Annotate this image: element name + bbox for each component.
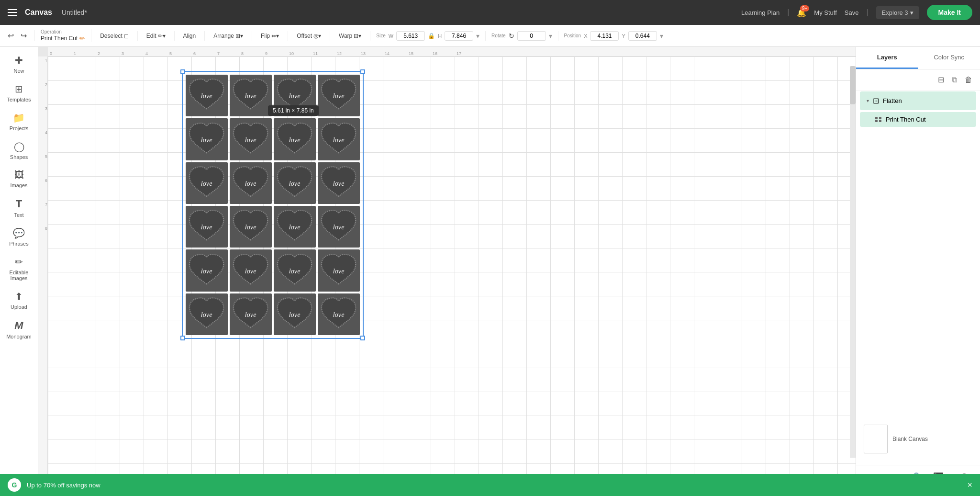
blank-canvas-label: Blank Canvas bbox=[892, 436, 928, 442]
toolbar: ↩ ↪ Operation Print Then Cut ✏ Deselect … bbox=[0, 25, 980, 47]
doc-title: Untitled* bbox=[62, 9, 87, 16]
layer-flatten[interactable]: ▾ ⊡ Flatten bbox=[860, 91, 976, 110]
chevron-icon: ▾ bbox=[867, 98, 869, 103]
templates-icon: ⊞ bbox=[15, 83, 23, 95]
deselect-icon: ◻ bbox=[124, 33, 129, 39]
canvas-grid[interactable]: love love love bbox=[48, 56, 856, 477]
notification-close-button[interactable]: × bbox=[967, 480, 972, 490]
save-button[interactable]: Save bbox=[845, 9, 859, 16]
height-input[interactable] bbox=[445, 31, 473, 41]
canvas-area[interactable]: 0 1 2 3 4 5 6 7 8 9 10 11 12 13 14 15 16… bbox=[38, 47, 856, 496]
sidebar-item-phrases[interactable]: 💬 Phrases bbox=[2, 224, 36, 250]
shapes-icon: ◯ bbox=[14, 141, 24, 152]
blank-canvas-area: Blank Canvas bbox=[856, 128, 980, 465]
upload-icon: ⬆ bbox=[15, 291, 23, 302]
handle-top-left[interactable] bbox=[180, 69, 185, 74]
handle-top-right[interactable] bbox=[360, 69, 365, 74]
align-button[interactable]: Align bbox=[180, 31, 199, 41]
edit-pencil-icon[interactable]: ✏ bbox=[79, 34, 85, 42]
y-position-input[interactable] bbox=[628, 31, 657, 41]
left-sidebar: ✚ New ⊞ Templates 📁 Projects ◯ Shapes 🖼 … bbox=[0, 47, 38, 496]
flatten-icon: ⊡ bbox=[873, 96, 879, 105]
chevron-down-icon: ▾ bbox=[910, 9, 913, 16]
sub-layer-label: Print Then Cut bbox=[886, 116, 926, 123]
notification-bell[interactable]: 🔔 9+ bbox=[797, 8, 806, 17]
learning-plan-link[interactable]: Learning Plan bbox=[741, 9, 780, 16]
arrange-button[interactable]: Arrange ⊞▾ bbox=[211, 31, 246, 41]
ruler-top: 0 1 2 3 4 5 6 7 8 9 10 11 12 13 14 15 16… bbox=[48, 47, 856, 56]
right-panel: Layers Color Sync ⊟ ⧉ 🗑 ▾ ⊡ Flatten Prin… bbox=[856, 47, 980, 496]
make-it-button[interactable]: Make It bbox=[927, 5, 972, 20]
monogram-icon: M bbox=[14, 319, 23, 332]
offset-button[interactable]: Offset ◎▾ bbox=[294, 31, 324, 41]
notification-badge: 9+ bbox=[800, 5, 809, 11]
position-arrow-icon: ▾ bbox=[660, 32, 663, 40]
ruler-left: 1 2 3 4 5 6 7 8 bbox=[38, 56, 48, 496]
main-layout: ✚ New ⊞ Templates 📁 Projects ◯ Shapes 🖼 … bbox=[0, 47, 980, 496]
sidebar-item-images[interactable]: 🖼 Images bbox=[2, 166, 36, 192]
explore-button[interactable]: Explore 3 ▾ bbox=[876, 6, 919, 19]
notification-banner: G Up to 70% off savings now × bbox=[0, 474, 980, 496]
cricut-g-icon: G bbox=[8, 478, 21, 492]
operation-value: Print Then Cut bbox=[41, 35, 78, 42]
handle-bottom-left[interactable] bbox=[180, 336, 185, 340]
warp-button[interactable]: Warp ⊟▾ bbox=[336, 31, 364, 41]
size-tooltip: 5.61 in × 7.85 in bbox=[268, 105, 319, 116]
sub-layer-print-then-cut[interactable]: Print Then Cut bbox=[860, 112, 976, 127]
offset-icon: ◎▾ bbox=[313, 33, 321, 39]
edit-button[interactable]: Edit ✏▾ bbox=[144, 31, 168, 41]
sidebar-item-text[interactable]: T Text bbox=[2, 194, 36, 222]
rotate-input[interactable] bbox=[517, 31, 546, 41]
sidebar-item-shapes[interactable]: ◯ Shapes bbox=[2, 137, 36, 164]
notification-text: Up to 70% off savings now bbox=[27, 482, 100, 489]
sidebar-item-new[interactable]: ✚ New bbox=[2, 51, 36, 78]
sidebar-item-projects[interactable]: 📁 Projects bbox=[2, 108, 36, 135]
top-nav: Canvas Untitled* Learning Plan | 🔔 9+ My… bbox=[0, 0, 980, 25]
rotate-arrow-icon: ▾ bbox=[549, 32, 552, 40]
width-label: W bbox=[389, 33, 393, 39]
flip-icon: ⇔▾ bbox=[271, 33, 279, 39]
images-icon: 🖼 bbox=[14, 169, 24, 180]
blank-canvas-preview bbox=[864, 425, 888, 453]
flip-button[interactable]: Flip ⇔▾ bbox=[258, 31, 282, 41]
width-input[interactable] bbox=[396, 31, 425, 41]
plus-icon: ✚ bbox=[15, 55, 23, 66]
text-icon: T bbox=[16, 198, 22, 210]
delete-icon[interactable]: 🗑 bbox=[963, 74, 974, 86]
right-tabs: Layers Color Sync bbox=[856, 47, 980, 69]
phrases-icon: 💬 bbox=[13, 227, 25, 239]
tab-color-sync[interactable]: Color Sync bbox=[918, 47, 980, 69]
tab-layers[interactable]: Layers bbox=[856, 47, 918, 69]
sidebar-item-templates[interactable]: ⊞ Templates bbox=[2, 79, 36, 106]
edit-icon: ✏▾ bbox=[158, 33, 166, 39]
my-stuff-link[interactable]: My Stuff bbox=[814, 9, 836, 16]
redo-button[interactable]: ↪ bbox=[19, 30, 29, 41]
projects-icon: 📁 bbox=[13, 112, 25, 124]
right-toolbar: ⊟ ⧉ 🗑 bbox=[856, 69, 980, 90]
rotate-icon: ↻ bbox=[509, 32, 514, 40]
deselect-button[interactable]: Deselect ◻ bbox=[97, 31, 132, 41]
sidebar-item-editable-images[interactable]: ✏ Editable Images bbox=[2, 252, 36, 285]
editable-images-icon: ✏ bbox=[15, 256, 23, 268]
operation-label: Operation Print Then Cut ✏ bbox=[41, 29, 85, 42]
lock-icon[interactable]: 🔒 bbox=[428, 33, 435, 39]
layer-flatten-label: Flatten bbox=[883, 97, 902, 104]
warp-icon: ⊟▾ bbox=[354, 33, 361, 39]
handle-bottom-right[interactable] bbox=[360, 336, 365, 340]
height-label: H bbox=[438, 33, 442, 39]
canvas-scrollbar-right[interactable] bbox=[850, 66, 856, 458]
undo-button[interactable]: ↩ bbox=[6, 30, 16, 41]
grid-icon bbox=[875, 117, 882, 122]
filter-icon[interactable]: ⊟ bbox=[936, 73, 946, 86]
arrange-icon: ⊞▾ bbox=[235, 33, 243, 39]
height-arrow-icon: ▾ bbox=[476, 32, 479, 40]
app-title: Canvas bbox=[25, 8, 52, 17]
sidebar-item-upload[interactable]: ⬆ Upload bbox=[2, 287, 36, 314]
scrollbar-thumb[interactable] bbox=[850, 66, 856, 104]
menu-button[interactable] bbox=[8, 9, 17, 16]
x-position-input[interactable] bbox=[590, 31, 619, 41]
duplicate-icon[interactable]: ⧉ bbox=[950, 74, 959, 86]
sidebar-item-monogram[interactable]: M Monogram bbox=[2, 316, 36, 343]
